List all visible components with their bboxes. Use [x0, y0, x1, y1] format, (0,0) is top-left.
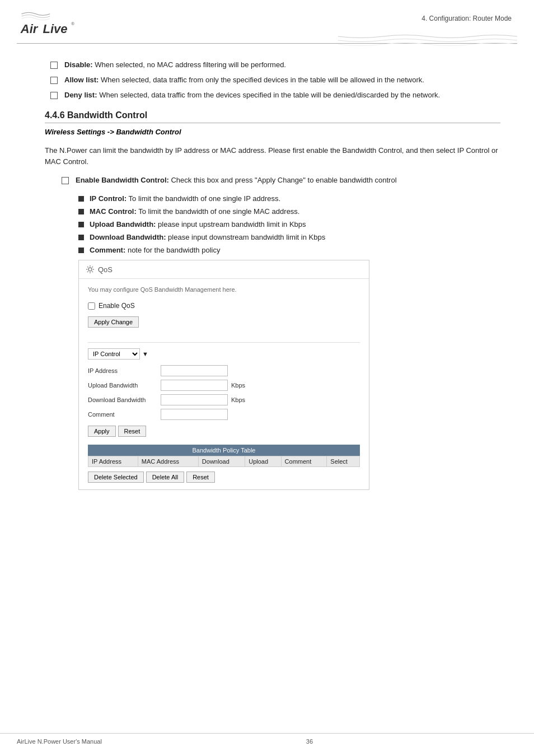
sub-label-ip: IP Control:: [90, 194, 127, 203]
ip-address-row: IP Address: [88, 365, 360, 376]
bullet-denylist-label: Deny list:: [64, 91, 97, 99]
col-upload: Upload: [245, 456, 281, 467]
control-dropdown-row: IP Control MAC Control ▼: [88, 348, 360, 360]
col-ip-address: IP Address: [88, 456, 138, 467]
table-header-row: IP Address MAC Address Download Upload C…: [88, 456, 360, 467]
bullet-disable-text: Disable: When selected, no MAC address f…: [64, 60, 286, 69]
comment-input[interactable]: [161, 409, 228, 420]
enable-qos-label: Enable QoS: [99, 302, 135, 310]
bullet-disable-label: Disable:: [64, 60, 93, 69]
main-bullet-list: Enable Bandwidth Control: Check this box…: [45, 176, 500, 184]
delete-all-button[interactable]: Delete All: [146, 472, 184, 483]
main-content: Disable: When selected, no MAC address f…: [0, 44, 534, 518]
sub-label-mac: MAC Control:: [90, 207, 137, 216]
upload-bw-unit: Kbps: [231, 382, 245, 389]
qos-panel: QoS You may configure QoS Bandwidth Mana…: [78, 260, 369, 490]
bullet-checkbox-deny: [50, 92, 58, 99]
col-comment: Comment: [281, 456, 327, 467]
enable-qos-checkbox[interactable]: [88, 302, 95, 310]
bullet-checkbox-allow: [50, 77, 58, 84]
delete-row: Delete Selected Delete All Reset: [88, 472, 360, 483]
sub-label-upload: Upload Bandwidth:: [90, 220, 156, 228]
apply-reset-row: Apply Reset: [88, 426, 360, 437]
enable-qos-row: Enable QoS: [88, 302, 360, 310]
control-select[interactable]: IP Control MAC Control: [88, 348, 140, 360]
bullet-denylist: Deny list: When selected, data traffic f…: [45, 91, 500, 99]
download-bandwidth-row: Download Bandwidth Kbps: [88, 394, 360, 405]
ip-address-input[interactable]: [161, 365, 228, 376]
svg-text:Live: Live: [43, 22, 68, 36]
comment-label: Comment: [88, 411, 161, 418]
bandwidth-policy-table: IP Address MAC Address Download Upload C…: [88, 456, 360, 467]
upload-bw-input[interactable]: [161, 380, 228, 391]
comment-row: Comment: [88, 409, 360, 420]
svg-point-3: [88, 268, 92, 271]
panel-title: QoS: [98, 265, 113, 274]
bullet-allowlist: Allow list: When selected, data traffic …: [45, 76, 500, 84]
top-bullet-list: Disable: When selected, no MAC address f…: [45, 60, 500, 99]
sub-label-download: Download Bandwidth:: [90, 233, 166, 241]
section-paragraph: The N.Power can limit the bandwidth by I…: [45, 145, 500, 167]
square-icon-download: [78, 235, 84, 240]
form-divider-1: [88, 342, 360, 343]
decorative-waves: [338, 34, 517, 53]
section-heading: 4.4.6 Bandwidth Control: [45, 110, 500, 123]
section-subheading: Wireless Settings -> Bandwidth Control: [45, 128, 500, 136]
dropdown-arrow: ▼: [142, 351, 148, 357]
apply-change-button[interactable]: Apply Change: [88, 316, 139, 328]
footer-left: AirLive N.Power User's Manual: [17, 738, 102, 745]
header-breadcrumb: 4. Configuration: Router Mode: [421, 10, 517, 22]
panel-body: You may configure QoS Bandwidth Manageme…: [79, 279, 369, 489]
sub-bullet-download: Download Bandwidth: please input downstr…: [78, 233, 500, 241]
upload-bandwidth-row: Upload Bandwidth Kbps: [88, 380, 360, 391]
ip-address-label: IP Address: [88, 367, 161, 374]
sub-bullet-upload: Upload Bandwidth: please input upstream …: [78, 220, 500, 228]
delete-selected-button[interactable]: Delete Selected: [88, 472, 144, 483]
bullet-checkbox-enable: [62, 177, 69, 184]
sub-bullet-comment: Comment: note for the bandwidth policy: [78, 246, 500, 254]
bandwidth-table-container: Bandwidth Policy Table IP Address MAC Ad…: [88, 445, 360, 483]
download-bw-input[interactable]: [161, 394, 228, 405]
upload-bw-label: Upload Bandwidth: [88, 382, 161, 389]
panel-header: QoS: [79, 260, 369, 279]
header-divider: [17, 43, 517, 44]
apply-change-container: Apply Change: [88, 316, 141, 328]
gear-icon: [86, 265, 95, 274]
table-title-bar: Bandwidth Policy Table: [88, 445, 360, 456]
col-download: Download: [198, 456, 245, 467]
bullet-checkbox-disable: [50, 62, 58, 69]
airlive-logo: Air Live ®: [17, 10, 78, 41]
footer-page-number: 36: [102, 738, 517, 745]
bullet-allowlist-text: Allow list: When selected, data traffic …: [64, 76, 424, 84]
col-mac-address: MAC Address: [138, 456, 198, 467]
download-bw-unit: Kbps: [231, 396, 245, 403]
table-reset-button[interactable]: Reset: [186, 472, 215, 483]
bullet-enable-bandwidth: Enable Bandwidth Control: Check this box…: [62, 176, 500, 184]
square-icon-comment: [78, 248, 84, 253]
apply-button[interactable]: Apply: [88, 426, 116, 437]
square-icon-mac: [78, 209, 84, 214]
col-select: Select: [327, 456, 360, 467]
sub-bullet-ip-control: IP Control: To limit the bandwidth of on…: [78, 194, 500, 203]
footer: AirLive N.Power User's Manual 36: [0, 733, 534, 745]
sub-bullet-mac-control: MAC Control: To limit the bandwidth of o…: [78, 207, 500, 216]
bullet-enable-text: Enable Bandwidth Control: Check this box…: [76, 176, 397, 184]
bullet-disable: Disable: When selected, no MAC address f…: [45, 60, 500, 69]
download-bw-label: Download Bandwidth: [88, 396, 161, 403]
svg-text:Air: Air: [20, 22, 39, 36]
sub-label-comment: Comment:: [90, 246, 125, 254]
bullet-denylist-text: Deny list: When selected, data traffic f…: [64, 91, 440, 99]
logo-area: Air Live ®: [17, 10, 78, 41]
panel-description: You may configure QoS Bandwidth Manageme…: [88, 286, 360, 294]
square-icon-ip: [78, 196, 84, 202]
bullet-allowlist-label: Allow list:: [64, 76, 99, 84]
sub-bullet-list: IP Control: To limit the bandwidth of on…: [45, 194, 500, 254]
bullet-enable-label: Enable Bandwidth Control:: [76, 176, 169, 184]
reset-button[interactable]: Reset: [118, 426, 147, 437]
svg-text:®: ®: [71, 21, 74, 26]
square-icon-upload: [78, 222, 84, 227]
